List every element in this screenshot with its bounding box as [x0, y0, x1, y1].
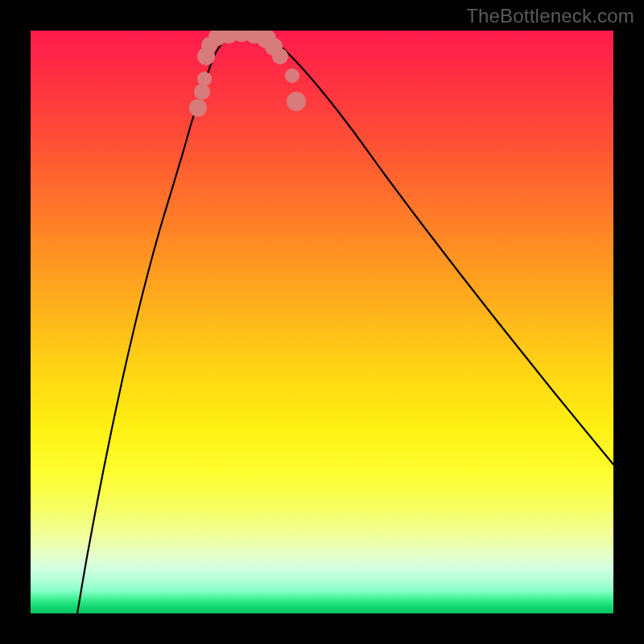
marker-dot — [287, 92, 306, 111]
marker-dot — [285, 68, 299, 83]
highlight-dots — [189, 31, 306, 117]
chart-frame: TheBottleneck.com — [0, 0, 644, 644]
bottleneck-curve — [77, 32, 613, 613]
marker-dot — [272, 48, 288, 64]
marker-dot — [194, 84, 210, 100]
watermark-text: TheBottleneck.com — [466, 5, 634, 27]
curve-layer — [31, 31, 613, 613]
plot-area — [31, 31, 613, 613]
marker-dot — [197, 72, 212, 86]
marker-dot — [189, 99, 207, 117]
